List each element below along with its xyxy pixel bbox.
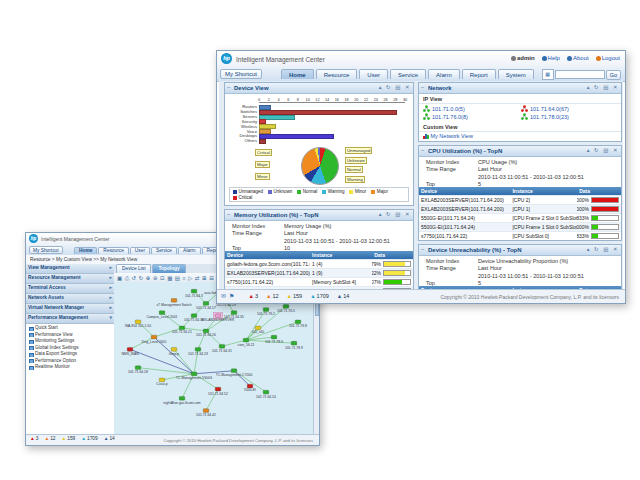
tab-alarm[interactable]: Alarm [178,247,201,254]
alarm-count-critical[interactable]: ▲3 [30,436,38,441]
view-tab-device-list[interactable]: Device List [116,264,151,273]
column-header[interactable]: Device [419,187,510,196]
topology-node[interactable]: 101.71.64.42 [196,409,216,417]
topology-canvas[interactable]: 101.71.64.3asia-fedora.gov.3com.com101.7… [114,282,314,435]
alarm-count-minor[interactable]: ▲159 [287,293,303,299]
tab-home[interactable]: Home [281,69,314,79]
panel-controls[interactable]: ▴ ↻ ▤ ✕ [379,211,411,217]
column-header[interactable]: Data [577,187,621,196]
alarm-count-warning[interactable]: ▲1709 [310,293,329,299]
table-row[interactable]: EXLAB2003SERVER(101.71.64.200)1 (9)80.52… [225,269,413,278]
overview-icon[interactable]: ▦ [167,274,172,282]
topology-node[interactable]: TC-Management 2 5500 [216,369,253,377]
tab-user[interactable]: User [359,69,388,79]
collapse-icon[interactable]: − [421,84,425,90]
layout-icon[interactable]: ▤ [175,274,180,282]
topology-node[interactable]: 5500-EI [244,384,256,392]
redo-icon[interactable]: ↻ [139,274,144,282]
table-row[interactable]: EXLAB2003SERVER(101.71.64.200)[CPU 1]100… [419,205,621,214]
zoom-out-icon[interactable]: ⊖ [153,274,158,282]
tab-report[interactable]: Report [462,69,496,79]
topology-node[interactable]: 101.71.64.31 [212,344,232,352]
my-network-view-link[interactable]: My Network View [423,133,617,139]
help-link[interactable]: Help [542,55,560,61]
topology-node[interactable]: NMS_WAN [121,347,139,355]
flag-icon[interactable]: ⚑ [229,292,234,299]
logout-link[interactable]: Logout [596,55,620,61]
column-header[interactable]: Data [372,251,413,260]
topology-node[interactable]: 101.71.64.17 [196,302,216,310]
column-header[interactable]: Device [225,251,310,260]
collapse-icon[interactable]: − [421,246,425,252]
topology-node[interactable]: 101.71.76.2 [257,308,275,316]
topology-node[interactable]: s7 Management Switch [156,298,191,306]
topology-node[interactable]: 101.71.64.3 [185,289,203,297]
topology-node[interactable]: 101.71.64.52 [208,387,228,395]
alarm-count-major[interactable]: ▲12 [44,436,55,441]
collapse-icon[interactable]: − [227,84,231,90]
tab-system[interactable]: System [498,69,534,79]
topology-node[interactable]: t3mp.p [169,347,180,355]
grid-icon[interactable]: ⌗ [183,274,186,282]
tab-service[interactable]: Service [151,247,177,254]
view-tab-topology[interactable]: Topology [152,264,185,273]
add-node-icon[interactable]: ⊞ [202,274,207,282]
sidebar-section-virtual-network-manager[interactable]: Virtual Network Manager▸ [26,304,114,314]
topology-node[interactable]: nightAlive.gov.3com.com [163,396,201,404]
topology-node[interactable]: 101.71.76.8 [289,320,307,328]
table-row[interactable]: s7750(101.71.64.22)[Memory SubSlot 4]68.… [225,278,413,287]
vertical-scrollbar[interactable] [313,282,319,435]
tab-resource[interactable]: Resource [98,247,129,254]
sidebar-section-terminal-access[interactable]: Terminal Access▸ [26,284,114,294]
alarm-count-minor[interactable]: ▲159 [62,436,76,441]
sidebar-section-network-assets[interactable]: Network Assets▸ [26,294,114,304]
my-shortcut-button[interactable]: My Shortcut [220,69,262,79]
sidebar-section-resource-management[interactable]: Resource Management▸ [26,274,114,284]
topology-node[interactable]: 101.71.76.5 [277,305,295,313]
fit-view-icon[interactable]: ⊡ [160,274,165,282]
alarm-count-critical[interactable]: ▲3 [248,293,258,299]
topology-node[interactable]: 101.71.78.3 [265,335,283,343]
bar[interactable] [259,139,266,144]
topology-map[interactable]: 101.71.64.3asia-fedora.gov.3com.com101.7… [114,282,314,435]
column-header[interactable]: Instance [510,187,577,196]
collapse-icon[interactable]: − [421,147,425,153]
panel-controls[interactable]: ▴ ↻ ▤ ✕ [379,84,411,90]
panel-controls[interactable]: ▴ ↻ ▤ ✕ [587,246,619,252]
search-go-button[interactable]: Go [606,70,621,80]
table-row[interactable]: 5500G-EI(101.71.64.24)[CPU Frame 1 Slot … [419,223,621,232]
tab-service[interactable]: Service [390,69,426,79]
table-row[interactable]: goliath-fedora.gov.3com.com(101.71.64.94… [225,260,413,269]
topology-node[interactable]: Campus_Level 2001 [146,311,177,319]
my-shortcut-button[interactable]: My Shortcut [29,246,63,254]
zoom-in-icon[interactable]: ⊕ [146,274,151,282]
about-link[interactable]: About [567,55,589,61]
ip-view-link[interactable]: 101.71.0.0(5) [423,105,519,112]
table-row[interactable]: s7750(101.71.64.22)[CPU SubSlot 0]21.833… [419,232,621,241]
collapse-icon[interactable]: − [227,211,231,217]
search-category-dropdown[interactable]: ▦ [542,69,554,80]
sidebar-section-view-management[interactable]: View Management▸ [26,264,114,274]
undo-icon[interactable]: ↺ [132,274,137,282]
topology-node[interactable]: WA-954 101.1.50 [125,320,151,328]
table-row[interactable]: 5500G-EI(101.71.64.24)[CPU Frame 2 Slot … [419,214,621,223]
search-input[interactable] [555,70,605,79]
tab-user[interactable]: User [130,247,150,254]
tab-alarm[interactable]: Alarm [428,69,460,79]
remove-node-icon[interactable]: ⊟ [209,274,214,282]
alarm-count-major[interactable]: ▲12 [266,293,279,299]
topology-node[interactable]: 101.71.64.18 [128,366,148,374]
admin-user-link[interactable]: admin [511,55,535,61]
panel-controls[interactable]: ▴ ↻ ▤ ✕ [587,84,619,90]
tab-home[interactable]: Home [74,247,97,254]
mail-icon[interactable]: ✉ [221,292,226,299]
topology-node[interactable]: 101.71.64.23 [188,347,208,355]
sidebar-section-performance-management[interactable]: Performance Management▾ [26,314,114,324]
topology-node[interactable]: 101.71.64.24 [256,390,276,398]
table-row[interactable]: EXLAB2003SERVER(101.71.64.200)[CPU 2]100… [419,196,621,205]
print-icon[interactable]: ⎙ [125,274,129,282]
alarm-count-info[interactable]: ▲14 [337,293,350,299]
alarm-count-info[interactable]: ▲14 [104,436,115,441]
alarm-count-warning[interactable]: ▲1709 [81,436,97,441]
topology-node[interactable]: 101.71.64.21 [172,326,192,334]
